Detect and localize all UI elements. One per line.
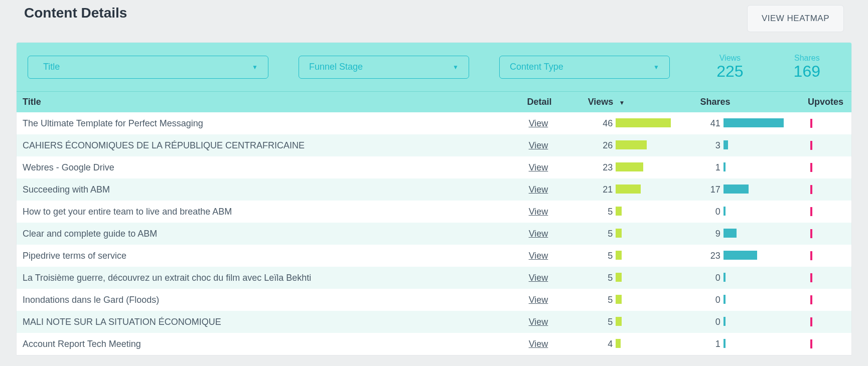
cell-upvotes (810, 185, 851, 194)
cell-title: How to get your entire team to live and … (17, 207, 529, 217)
cell-title: The Ultimate Template for Perfect Messag… (17, 118, 529, 129)
cell-views: 5 (590, 207, 702, 217)
cell-title: Account Report Tech Meeting (17, 339, 529, 349)
views-bar-wrap (616, 251, 671, 261)
cell-views: 5 (590, 251, 702, 261)
views-bar-wrap (616, 295, 671, 305)
shares-summary-value: 169 (794, 63, 820, 80)
cell-upvotes (810, 163, 851, 172)
views-bar (616, 118, 671, 127)
shares-value: 3 (702, 140, 724, 151)
views-bar (616, 185, 641, 194)
views-value: 5 (590, 229, 616, 239)
view-detail-link[interactable]: View (529, 118, 548, 128)
shares-value: 41 (702, 118, 724, 129)
chevron-down-icon: ▼ (653, 64, 659, 71)
shares-bar-wrap (724, 251, 784, 261)
view-detail-link[interactable]: View (529, 207, 548, 217)
cell-shares: 0 (702, 207, 810, 217)
shares-value: 1 (702, 339, 724, 349)
cell-shares: 1 (702, 339, 810, 349)
column-header-title[interactable]: Title (17, 97, 527, 107)
views-bar (616, 140, 647, 149)
cell-detail: View (529, 185, 590, 195)
shares-bar-wrap (724, 339, 784, 349)
column-header-shares[interactable]: Shares (700, 97, 808, 107)
shares-bar-wrap (724, 162, 784, 172)
shares-value: 23 (702, 251, 724, 261)
shares-bar-wrap (724, 207, 784, 217)
column-header-detail[interactable]: Detail (527, 97, 588, 107)
upvotes-bar (810, 251, 812, 260)
page-title: Content Details (24, 5, 127, 21)
views-bar-wrap (616, 317, 671, 327)
shares-bar (724, 229, 737, 238)
cell-upvotes (810, 317, 851, 326)
view-detail-link[interactable]: View (529, 140, 548, 150)
view-heatmap-button[interactable]: VIEW HEATMAP (747, 5, 844, 32)
cell-shares: 17 (702, 185, 810, 195)
shares-value: 0 (702, 273, 724, 283)
cell-shares: 1 (702, 162, 810, 173)
views-bar (616, 207, 622, 216)
cell-upvotes (810, 295, 851, 304)
content-panel: Title ▼ Funnel Stage ▼ Content Type ▼ Vi… (16, 42, 852, 355)
table-row: MALI NOTE SUR LA SITUATION ÉCONOMIQUEVie… (17, 311, 851, 333)
column-header-views[interactable]: Views ▼ (588, 97, 700, 107)
view-detail-link[interactable]: View (529, 339, 548, 349)
funnel-stage-filter-label: Funnel Stage (309, 62, 363, 72)
views-bar (616, 339, 621, 348)
view-detail-link[interactable]: View (529, 162, 548, 172)
table-row: Pipedrive terms of serviceView523 (17, 245, 851, 267)
upvotes-bar (810, 141, 812, 150)
cell-title: Webres - Google Drive (17, 162, 529, 173)
table-row: Account Report Tech MeetingView41 (17, 333, 851, 355)
cell-views: 5 (590, 317, 702, 327)
content-type-filter-select[interactable]: Content Type ▼ (499, 56, 670, 79)
views-summary: Views 225 (716, 54, 743, 80)
shares-bar-wrap (724, 118, 784, 128)
view-detail-link[interactable]: View (529, 251, 548, 261)
shares-value: 17 (702, 185, 724, 195)
title-filter-select[interactable]: Title ▼ (28, 56, 268, 79)
shares-bar-wrap (724, 229, 784, 239)
views-bar (616, 317, 622, 326)
cell-shares: 41 (702, 118, 810, 129)
shares-value: 0 (702, 295, 724, 305)
cell-views: 5 (590, 273, 702, 283)
shares-bar (724, 162, 726, 171)
view-detail-link[interactable]: View (529, 185, 548, 195)
cell-title: MALI NOTE SUR LA SITUATION ÉCONOMIQUE (17, 317, 529, 327)
view-detail-link[interactable]: View (529, 229, 548, 239)
views-bar-wrap (616, 339, 671, 349)
shares-value: 9 (702, 229, 724, 239)
upvotes-bar (810, 273, 812, 282)
cell-views: 46 (590, 118, 702, 129)
views-bar-wrap (616, 162, 671, 172)
views-bar (616, 295, 622, 304)
shares-bar (724, 118, 784, 127)
table-header-row: Title Detail Views ▼ Shares Upvotes (17, 91, 851, 112)
cell-detail: View (529, 295, 590, 305)
cell-title: Clear and complete guide to ABM (17, 229, 529, 239)
upvotes-bar (810, 119, 812, 128)
view-detail-link[interactable]: View (529, 295, 548, 305)
cell-upvotes (810, 251, 851, 260)
table-row: Inondations dans le Gard (Floods)View50 (17, 289, 851, 311)
cell-upvotes (810, 229, 851, 238)
cell-detail: View (529, 162, 590, 173)
views-value: 46 (590, 118, 616, 129)
upvotes-bar (810, 317, 812, 326)
content-type-filter-label: Content Type (510, 62, 563, 72)
view-detail-link[interactable]: View (529, 273, 548, 283)
view-detail-link[interactable]: View (529, 317, 548, 327)
shares-bar-wrap (724, 140, 784, 150)
table-row: Webres - Google DriveView231 (17, 156, 851, 178)
views-bar-wrap (616, 207, 671, 217)
cell-shares: 9 (702, 229, 810, 239)
column-header-upvotes[interactable]: Upvotes (808, 97, 851, 107)
funnel-stage-filter-select[interactable]: Funnel Stage ▼ (299, 56, 469, 79)
shares-value: 0 (702, 207, 724, 217)
cell-detail: View (529, 273, 590, 283)
cell-title: La Troisième guerre, découvrez un extrai… (17, 273, 529, 283)
